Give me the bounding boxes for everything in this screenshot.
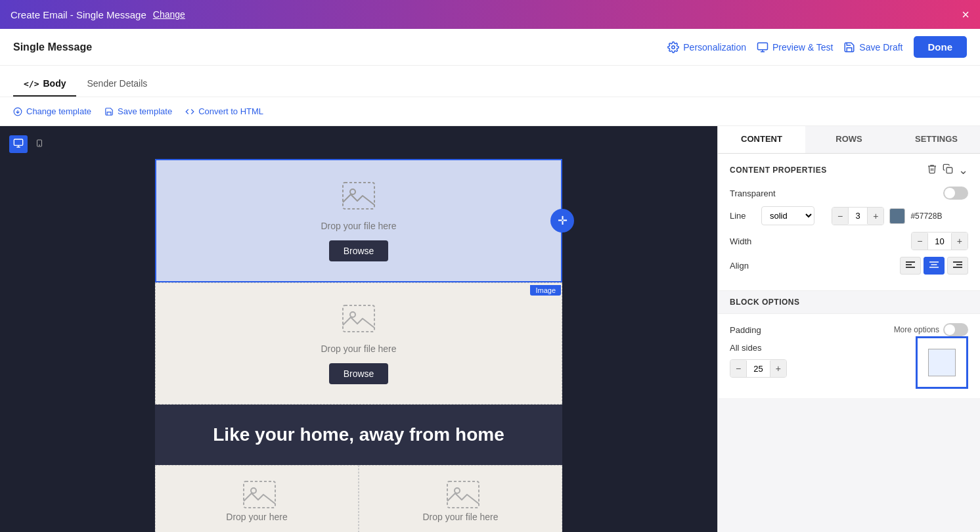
main-layout: Drop your file here Browse ✛ Image Drop … [0, 126, 980, 532]
chevron-down-icon-select [820, 211, 826, 221]
content-properties-actions: ⌄ [927, 163, 968, 177]
width-controls: − 10 + [911, 232, 968, 250]
content-properties-section: CONTENT PROPERTIES ⌄ [718, 154, 980, 291]
sender-tab-label: Sender Details [87, 78, 147, 89]
sub-header: Single Message Personalization Preview &… [0, 29, 980, 66]
image-block-2[interactable]: Drop your file here Browse [155, 282, 562, 405]
col-image-placeholder-1 [241, 479, 273, 505]
personalization-label: Personalization [683, 42, 746, 53]
block-options-divider: BLOCK OPTIONS [718, 291, 980, 314]
width-label: Width [730, 236, 751, 246]
svg-rect-6 [343, 183, 374, 209]
align-center-icon [929, 261, 939, 269]
right-panel: CONTENT ROWS SETTINGS CONTENT PROPERTIES [717, 126, 980, 532]
move-handle[interactable]: ✛ [550, 209, 574, 233]
padding-section: Padding More options All sides − 25 + [718, 314, 980, 398]
align-row: Align [730, 257, 968, 275]
panel-tab-settings[interactable]: SETTINGS [893, 126, 980, 153]
canvas-content: Drop your file here Browse ✛ Image Drop … [155, 159, 562, 532]
padding-label: Padding [730, 325, 761, 335]
close-button[interactable]: × [962, 7, 969, 22]
line-width-decrease-button[interactable]: − [832, 208, 848, 225]
body-tab-icon: </> [24, 79, 39, 89]
transparent-label: Transparent [730, 188, 776, 198]
save-template-button[interactable]: Save template [104, 106, 172, 116]
svg-point-0 [672, 45, 675, 49]
more-options-label: More options [894, 325, 939, 334]
svg-point-9 [350, 312, 355, 317]
page-title: Single Message [13, 41, 92, 53]
padding-decrease-button[interactable]: − [730, 360, 746, 377]
line-style-select[interactable]: solid dashed dotted [761, 206, 814, 225]
col-image-block-2[interactable]: Drop your file here [359, 465, 562, 532]
panel-tab-rows[interactable]: ROWS [805, 126, 893, 153]
align-right-button[interactable] [947, 257, 968, 275]
more-options-row: More options [894, 323, 968, 336]
top-bar-change-link[interactable]: Change [153, 9, 185, 20]
panel-tab-content[interactable]: CONTENT [718, 126, 805, 153]
save-draft-label: Save Draft [859, 42, 902, 53]
all-sides-stepper: − 25 + [730, 359, 787, 378]
two-col-block: Drop your here Drop your file here [155, 465, 562, 532]
delete-block-button[interactable] [927, 164, 937, 177]
svg-rect-3 [14, 139, 22, 145]
image-placeholder-1 [340, 180, 377, 211]
transparent-toggle[interactable] [943, 187, 968, 200]
convert-html-icon [185, 107, 194, 116]
content-properties-title: CONTENT PROPERTIES [730, 166, 827, 175]
change-template-label: Change template [26, 106, 91, 116]
width-stepper: − 10 + [911, 232, 968, 250]
mobile-icon [35, 138, 43, 148]
line-row: Line solid dashed dotted − 3 + #57728B [730, 206, 968, 225]
align-center-button[interactable] [924, 257, 945, 275]
change-template-icon [13, 107, 22, 116]
drop-text-2: Drop your file here [321, 344, 396, 354]
preview-test-button[interactable]: Preview & Test [757, 41, 833, 53]
rows-tab-label: ROWS [835, 134, 862, 144]
more-options-toggle[interactable] [943, 323, 968, 336]
line-width-increase-button[interactable]: + [868, 208, 883, 225]
text-block[interactable]: Like your home, away from home [155, 405, 562, 465]
svg-rect-1 [758, 43, 768, 50]
save-draft-icon [843, 41, 855, 53]
line-label: Line [730, 211, 756, 221]
settings-tab-label: SETTINGS [915, 134, 958, 144]
line-color-swatch[interactable] [889, 208, 905, 224]
top-bar-left: Create Email - Single Message Change [11, 9, 185, 20]
trash-icon [927, 164, 937, 174]
padding-inner-box [928, 349, 956, 376]
block-options-title: BLOCK OPTIONS [730, 298, 800, 307]
line-color-value: #57728B [910, 211, 942, 221]
tab-body[interactable]: </> Body [13, 72, 76, 97]
browse-button-1[interactable]: Browse [329, 240, 389, 261]
collapse-section-button[interactable]: ⌄ [958, 163, 968, 177]
svg-rect-10 [244, 481, 275, 508]
convert-html-button[interactable]: Convert to HTML [185, 106, 263, 116]
top-bar-title: Create Email - Single Message [11, 9, 146, 20]
done-button[interactable]: Done [914, 36, 968, 58]
align-right-icon [953, 261, 962, 269]
svg-rect-12 [447, 481, 479, 508]
toolbar: Change template Save template Convert to… [0, 97, 980, 126]
image-block-1[interactable]: Drop your file here Browse ✛ Image [155, 159, 562, 282]
svg-point-11 [251, 488, 256, 493]
browse-button-2[interactable]: Browse [329, 363, 389, 384]
save-template-label: Save template [118, 106, 172, 116]
change-template-button[interactable]: Change template [13, 106, 91, 116]
personalization-button[interactable]: Personalization [667, 41, 746, 53]
tab-sender-details[interactable]: Sender Details [76, 72, 158, 97]
desktop-view-button[interactable] [9, 135, 28, 153]
width-row: Width − 10 + [730, 232, 968, 250]
width-increase-button[interactable]: + [952, 233, 968, 250]
col-image-block-1[interactable]: Drop your here [155, 465, 359, 532]
duplicate-block-button[interactable] [943, 164, 953, 177]
save-draft-button[interactable]: Save Draft [843, 41, 902, 53]
align-left-button[interactable] [900, 257, 921, 275]
all-sides-label: All sides [730, 343, 761, 353]
mobile-view-button[interactable] [32, 135, 47, 153]
align-label: Align [730, 261, 749, 271]
align-buttons [900, 257, 968, 275]
image-placeholder-2 [340, 303, 377, 334]
padding-increase-button[interactable]: + [770, 360, 786, 377]
width-decrease-button[interactable]: − [912, 233, 927, 250]
